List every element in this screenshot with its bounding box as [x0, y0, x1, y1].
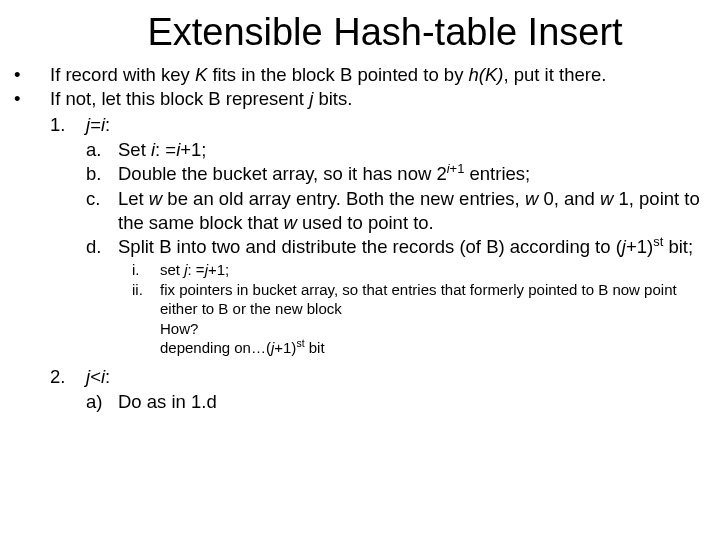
- step-1d-text: Split B into two and distribute the reco…: [118, 235, 706, 259]
- bullet-marker: •: [14, 87, 50, 111]
- step-1-text: j=i:: [86, 113, 706, 137]
- step-2a-text: Do as in 1.d: [118, 390, 706, 414]
- step-1d-i: i. set j: =j+1;: [132, 260, 706, 279]
- step-1: 1. j=i:: [50, 113, 706, 137]
- step-1d: d. Split B into two and distribute the r…: [86, 235, 706, 259]
- step-1b-text: Double the bucket array, so it has now 2…: [118, 162, 706, 186]
- slide-title: Extensible Hash-table Insert: [64, 8, 706, 57]
- bullet-marker: •: [14, 63, 50, 87]
- step-2-marker: 2.: [50, 365, 86, 389]
- step-1c-text: Let w be an old array entry. Both the ne…: [118, 187, 706, 234]
- bullet-1: • If record with key K fits in the block…: [14, 63, 706, 87]
- step-1d-marker: d.: [86, 235, 118, 259]
- step-1d-ii: ii. fix pointers in bucket array, so tha…: [132, 280, 706, 318]
- roman-marker: ii.: [132, 280, 160, 318]
- step-1d-how: How?: [160, 319, 706, 338]
- bullet-1-text: If record with key K fits in the block B…: [50, 63, 706, 87]
- step-1d-ii-text: fix pointers in bucket array, so that en…: [160, 280, 706, 318]
- roman-marker: i.: [132, 260, 160, 279]
- step-1d-i-text: set j: =j+1;: [160, 260, 706, 279]
- step-1a-text: Set i: =i+1;: [118, 138, 706, 162]
- step-1a: a. Set i: =i+1;: [86, 138, 706, 162]
- bullet-2: • If not, let this block B represent j b…: [14, 87, 706, 111]
- bullet-2-text: If not, let this block B represent j bit…: [50, 87, 706, 111]
- step-2: 2. j<i:: [50, 365, 706, 389]
- step-2a-marker: a): [86, 390, 118, 414]
- step-2a: a) Do as in 1.d: [86, 390, 706, 414]
- step-1c: c. Let w be an old array entry. Both the…: [86, 187, 706, 234]
- step-1b: b. Double the bucket array, so it has no…: [86, 162, 706, 186]
- step-1c-marker: c.: [86, 187, 118, 234]
- step-1d-depending: depending on…(j+1)st bit: [160, 338, 706, 357]
- step-2-text: j<i:: [86, 365, 706, 389]
- step-1a-marker: a.: [86, 138, 118, 162]
- step-1b-marker: b.: [86, 162, 118, 186]
- step-1-marker: 1.: [50, 113, 86, 137]
